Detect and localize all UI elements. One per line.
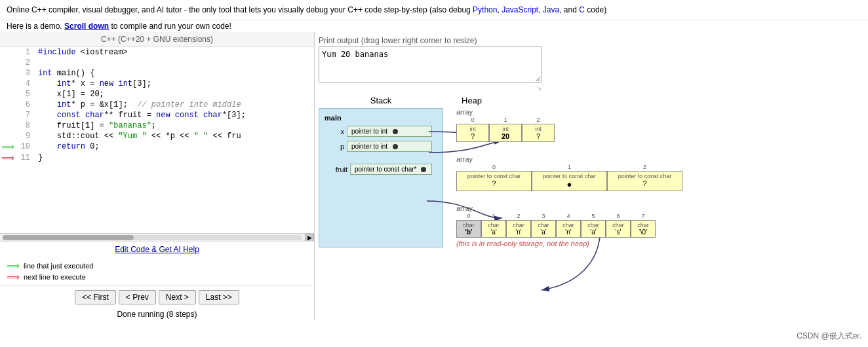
ptr-idx-0: 0 (456, 164, 532, 170)
heap-array1-cells: int ? int 20 int ? (456, 124, 682, 142)
line-num-6: 6 (16, 100, 35, 110)
first-button[interactable]: << First (75, 290, 116, 304)
idx-1: 1 (489, 117, 522, 123)
heap-cell-char-5: char 'a' (581, 220, 606, 238)
line-content-7: const char** fruit = new const char*[3]; (35, 110, 314, 120)
java-link[interactable]: Java (543, 5, 559, 14)
line-content-6: int* p = &x[1]; // pointer into middle (35, 100, 314, 110)
stack-area: main x pointer to int p pointer to int (319, 108, 443, 247)
heap-cell-int-0: int ? (456, 124, 489, 142)
banner-text2: code) (585, 5, 606, 14)
c-link[interactable]: C (579, 5, 585, 14)
stack-var-p: p pointer to int (325, 141, 437, 152)
char-idx-6: 6 (606, 213, 631, 219)
code-line-4: 4 int* x = new int[3]; (0, 79, 314, 89)
cell-val-char-0: 'b' (460, 228, 478, 236)
cell-type-int-2: int (525, 126, 551, 132)
resize-indicator: ↘ (319, 84, 542, 92)
code-line-10: ⟹ 10 return 0; (0, 141, 314, 153)
navigation-bar: << First < Prev Next > Last >> (0, 285, 314, 308)
print-output-box[interactable]: Yum 20 bananas (319, 46, 542, 82)
line-num-1: 1 (16, 47, 35, 58)
cell-type-ptr-0: pointer to const char (460, 173, 528, 179)
heap-cell-char-2: char 'n' (506, 220, 531, 238)
heap-cell-char-4: char 'n' (556, 220, 581, 238)
cell-val-char-5: 'a' (584, 228, 602, 236)
js-link[interactable]: JavaScript (502, 5, 538, 14)
line-indicator-1 (0, 47, 16, 58)
code-lines: 1 #include <iostream> 2 3 int main() { (0, 47, 314, 164)
top-banner: Online C++ compiler, visual debugger, an… (0, 0, 868, 20)
line-num-9: 9 (16, 131, 35, 141)
last-button[interactable]: Last >> (199, 290, 239, 304)
scroll-link[interactable]: Scroll down (64, 22, 109, 31)
heap-label: Heap (462, 96, 482, 105)
var-box-x: pointer to int (347, 126, 432, 137)
cell-type-char-6: char (609, 222, 627, 228)
line-content-3: int main() { (35, 68, 314, 79)
cell-val-ptr-2: ? (610, 179, 679, 187)
char-idx-3: 3 (531, 213, 556, 219)
python-link[interactable]: Python (473, 5, 497, 14)
edit-link[interactable]: Edit Code & Get AI Help (115, 245, 199, 254)
banner-text: Online C++ compiler, visual debugger, an… (7, 5, 473, 14)
status-line: Done running (8 steps) (0, 308, 314, 320)
cell-val-ptr-0: ? (460, 179, 528, 187)
line-num-11: 11 (16, 153, 35, 164)
red-arrow-icon: ⟹ (7, 272, 20, 282)
ptr-idx-1: 1 (532, 164, 607, 170)
cell-val-char-1: 'a' (484, 228, 503, 236)
code-line-9: 9 std::cout << "Yum " << *p << " " << fr… (0, 131, 314, 141)
line-content-2 (35, 58, 314, 68)
line-indicator-9 (0, 131, 16, 141)
frame-label: main (325, 114, 437, 122)
line-indicator-2 (0, 58, 16, 68)
var-type-x: pointer to int (351, 128, 387, 135)
cell-val-char-4: 'n' (559, 228, 578, 236)
green-arrow-icon: ⟹ (7, 261, 20, 271)
legend-green: ⟹ line that just executed (7, 261, 307, 271)
heap-area: array 0 1 2 int ? int 20 (456, 108, 682, 247)
code-line-1: 1 #include <iostream> (0, 47, 314, 58)
next-button[interactable]: Next > (159, 290, 196, 304)
code-line-5: 5 x[1] = 20; (0, 89, 314, 100)
scrollbar-thumb[interactable] (3, 235, 134, 240)
legend-red-label: next line to execute (24, 273, 86, 281)
scroll-right-button[interactable]: ▶ (305, 234, 314, 242)
stack-label: Stack (319, 96, 443, 105)
prev-button[interactable]: < Prev (119, 290, 156, 304)
cell-type-ptr-2: pointer to const char (610, 173, 679, 179)
heap-array2-label: array (456, 155, 682, 163)
code-area[interactable]: 1 #include <iostream> 2 3 int main() { (0, 47, 314, 233)
scrollbar-track[interactable] (3, 235, 302, 240)
line-content-11: } (35, 153, 314, 164)
line-num-5: 5 (16, 89, 35, 100)
cell-val-char-7: '\0' (634, 228, 652, 236)
line-indicator-4 (0, 79, 16, 89)
p-dot-icon (393, 144, 398, 149)
var-type-fruit: pointer to const char* (355, 166, 417, 173)
line-num-2: 2 (16, 58, 35, 68)
cell-type-ptr-1: pointer to const char (535, 173, 604, 179)
cell-val-char-2: 'n' (509, 228, 528, 236)
cell-type-int-1: int (492, 126, 519, 132)
heap-array-char: array 0 1 2 3 4 5 6 7 char 'b' (456, 204, 682, 247)
cell-type-char-0: char (460, 222, 478, 228)
line-content-9: std::cout << "Yum " << *p << " " << fru (35, 131, 314, 141)
heap-array1-label: array (456, 108, 682, 116)
code-line-8: 8 fruit[1] = "bananas"; (0, 120, 314, 131)
heap-array-int: array 0 1 2 int ? int 20 (456, 108, 682, 142)
line-indicator-11: ⟹ (0, 153, 16, 164)
line-content-5: x[1] = 20; (35, 89, 314, 100)
heap-array-ptr: array 0 1 2 pointer to const char ? poin… (456, 155, 682, 191)
heap-cell-ptr-0: pointer to const char ? (456, 171, 532, 191)
heap-cell-char-3: char 'a' (531, 220, 556, 238)
cell-val-char-6: 's' (609, 228, 627, 236)
readonly-note: (this is in read-only storage, not the h… (456, 240, 682, 247)
line-num-7: 7 (16, 110, 35, 120)
line-indicator-10: ⟹ (0, 141, 16, 153)
idx-0: 0 (456, 117, 489, 123)
horizontal-scrollbar[interactable]: ▶ (0, 233, 314, 241)
line-num-10: 10 (16, 141, 35, 153)
heap-array3-indices: 0 1 2 3 4 5 6 7 (456, 213, 682, 219)
